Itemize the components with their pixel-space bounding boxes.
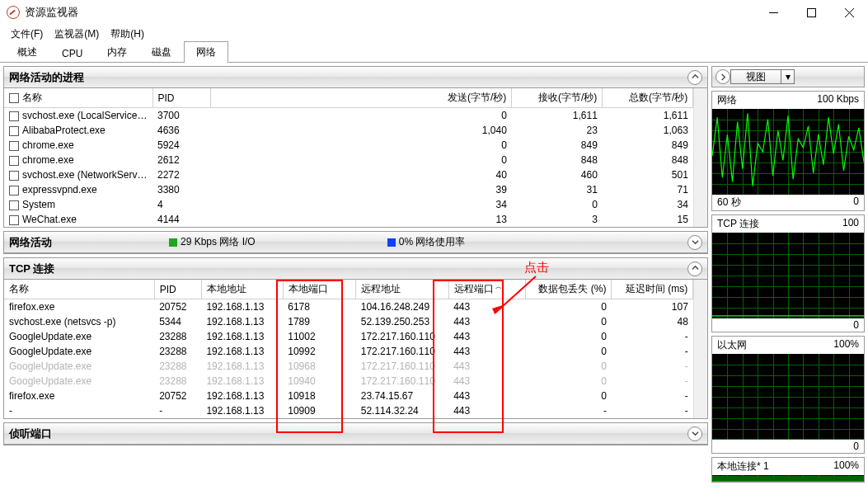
checkbox[interactable] (9, 156, 19, 166)
expand-button[interactable] (687, 235, 702, 250)
legend-io-icon (169, 238, 177, 247)
col-name[interactable]: 名称 (4, 280, 154, 299)
col-name[interactable]: 名称 (4, 88, 152, 108)
app-icon (7, 6, 20, 19)
panel-title: TCP 连接 (9, 261, 54, 276)
process-table[interactable]: 名称 PID 发送(字节/秒) 接收(字节/秒) 总数(字节/秒) svchos… (4, 88, 693, 227)
col-total[interactable]: 总数(字节/秒) (603, 88, 693, 108)
panel-network-processes: 网络活动的进程 名称 PID 发送(字节/秒) 接收(字节/秒) 总数(字节/秒… (3, 66, 708, 228)
col-pid[interactable]: PID (152, 88, 210, 108)
chart-ethernet: 以太网100% 0 (711, 336, 865, 454)
titlebar: 资源监视器 (0, 0, 868, 25)
menu-help[interactable]: 帮助(H) (105, 26, 150, 43)
panel-title: 网络活动的进程 (9, 70, 84, 85)
tcp-table[interactable]: 名称 PID 本地地址 本地端口 远程地址 远程端口︿ 数据包丢失 (%) 延迟… (4, 280, 693, 418)
table-row[interactable]: svchost.exe (LocalServiceA...370001,6111… (4, 108, 693, 124)
panel-tcp-connections: TCP 连接 名称 PID 本地地址 本地端口 远程地 (3, 257, 708, 419)
table-row[interactable]: firefox.exe20752192.168.1.136178104.16.2… (4, 299, 693, 315)
col-pid[interactable]: PID (154, 280, 201, 299)
table-row[interactable]: svchost.exe (NetworkServic...22724046050… (4, 167, 693, 182)
checkbox[interactable] (9, 141, 19, 151)
checkbox[interactable] (9, 186, 19, 196)
legend-usage-icon (387, 238, 396, 247)
checkbox[interactable] (9, 171, 19, 181)
tab-overview[interactable]: 概述 (5, 41, 49, 63)
expand-button[interactable] (687, 426, 702, 441)
tab-disk[interactable]: 磁盘 (139, 41, 184, 63)
close-button[interactable] (830, 0, 868, 25)
tab-memory[interactable]: 内存 (95, 41, 139, 63)
scrollbar[interactable] (693, 88, 707, 227)
col-lport[interactable]: 本地端口 (283, 280, 355, 299)
checkbox[interactable] (9, 215, 19, 225)
col-loss[interactable]: 数据包丢失 (%) (526, 280, 612, 299)
window-title: 资源监视器 (25, 5, 754, 20)
col-recv[interactable]: 接收(字节/秒) (512, 88, 603, 108)
table-row[interactable]: WeChat.exe414413315 (4, 212, 693, 227)
table-row[interactable]: firefox.exe20752192.168.1.131091823.74.1… (4, 389, 693, 403)
table-row[interactable]: GoogleUpdate.exe23288192.168.1.131094017… (4, 374, 693, 389)
checkbox[interactable] (9, 111, 19, 121)
checkbox[interactable] (9, 200, 19, 210)
col-send[interactable]: 发送(字节/秒) (210, 88, 512, 108)
panel-title: 网络活动 (9, 235, 52, 250)
collapse-button[interactable] (687, 261, 702, 276)
checkbox[interactable] (9, 126, 19, 136)
chart-tcp: TCP 连接100 0 (711, 214, 865, 332)
view-dropdown[interactable]: 视图 ▾ (730, 69, 795, 84)
legend-usage-text: 0% 网络使用率 (399, 235, 466, 249)
panel-network-activity: 网络活动 29 Kbps 网络 I/O 0% 网络使用率 (3, 231, 708, 254)
table-row[interactable]: --192.168.1.131090952.114.32.24443-- (4, 403, 693, 418)
checkbox-all[interactable] (9, 93, 19, 103)
scrollbar[interactable] (693, 280, 707, 418)
tab-network[interactable]: 网络 (184, 41, 228, 63)
menu-file[interactable]: 文件(F) (5, 26, 49, 43)
panel-title: 侦听端口 (9, 426, 52, 441)
table-row[interactable]: svchost.exe (netsvcs -p)5344192.168.1.13… (4, 314, 693, 329)
chevron-down-icon: ▾ (781, 71, 794, 82)
chart-local: 本地连接* 1100% (711, 457, 865, 483)
maximize-button[interactable] (792, 0, 830, 25)
menu-monitor[interactable]: 监视器(M) (49, 26, 105, 43)
window-buttons (754, 0, 868, 25)
tab-cpu[interactable]: CPU (49, 44, 95, 63)
tabstrip: 概述 CPU 内存 磁盘 网络 (0, 43, 868, 63)
sort-arrow-icon: ︿ (495, 282, 502, 291)
right-toolbar: 视图 ▾ (711, 66, 865, 87)
table-row[interactable]: chrome.exe26120848848 (4, 153, 693, 167)
minimize-button[interactable] (754, 0, 792, 25)
collapse-right-button[interactable] (716, 69, 730, 84)
svg-rect-1 (807, 8, 815, 16)
table-row[interactable]: expressvpnd.exe3380393171 (4, 182, 693, 197)
collapse-button[interactable] (687, 70, 702, 85)
col-laddr[interactable]: 本地地址 (201, 280, 283, 299)
panel-listening-ports: 侦听端口 (3, 422, 708, 445)
table-row[interactable]: GoogleUpdate.exe23288192.168.1.131096817… (4, 359, 693, 374)
table-row[interactable]: GoogleUpdate.exe23288192.168.1.131099217… (4, 344, 693, 359)
table-row[interactable]: GoogleUpdate.exe23288192.168.1.131100217… (4, 329, 693, 344)
table-row[interactable]: chrome.exe59240849849 (4, 138, 693, 153)
col-raddr[interactable]: 远程地址 (356, 280, 448, 299)
legend-io-text: 29 Kbps 网络 I/O (181, 235, 256, 249)
table-row[interactable]: AlibabaProtect.exe46361,040231,063 (4, 123, 693, 138)
col-rport[interactable]: 远程端口︿ (448, 280, 526, 299)
table-row[interactable]: System434034 (4, 197, 693, 212)
col-latency[interactable]: 延迟时间 (ms) (612, 280, 693, 299)
menubar: 文件(F) 监视器(M) 帮助(H) (0, 25, 868, 43)
chart-network: 网络100 Kbps 60 秒0 (711, 91, 865, 211)
